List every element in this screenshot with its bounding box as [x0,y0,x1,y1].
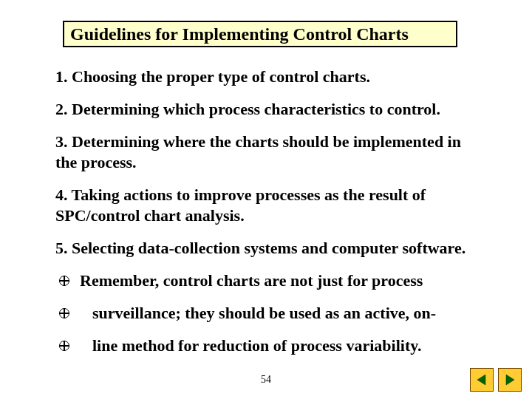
svg-rect-1 [59,280,69,282]
svg-marker-9 [477,375,485,385]
remark-line-1: Remember, control charts are not just fo… [80,270,494,291]
bullet-icon [58,275,70,287]
triangle-right-icon [503,373,516,386]
triangle-left-icon [475,373,488,386]
page-number: 54 [0,374,532,386]
prev-button[interactable] [470,368,494,392]
guideline-3: 3. Determining where the charts should b… [55,132,469,173]
bullet-icon [58,340,70,352]
guideline-2: 2. Determining which process characteris… [55,99,484,120]
svg-rect-7 [59,345,69,347]
svg-marker-10 [506,375,514,385]
next-button[interactable] [498,368,522,392]
guideline-4: 4. Taking actions to improve processes a… [55,185,469,226]
guideline-1: 1. Choosing the proper type of control c… [55,66,484,87]
svg-rect-4 [59,313,69,314]
guideline-5: 5. Selecting data-collection systems and… [55,238,499,259]
remark-line-2: surveillance; they should be used as an … [92,303,506,324]
remark-line-3: line method for reduction of process var… [92,335,506,356]
bullet-icon [58,307,70,319]
slide-title: Guidelines for Implementing Control Char… [63,21,457,47]
nav-buttons [470,368,522,392]
slide: Guidelines for Implementing Control Char… [0,0,532,399]
